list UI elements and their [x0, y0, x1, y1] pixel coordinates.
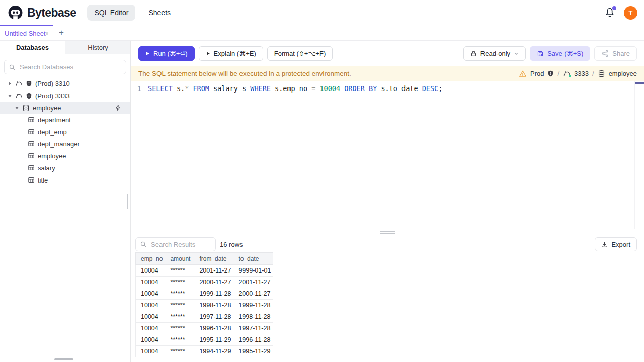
nav-sheets[interactable]: Sheets: [141, 5, 178, 21]
environment-label[interactable]: Prod: [530, 70, 544, 77]
column-header[interactable]: to_date: [233, 253, 273, 265]
table-name: department: [38, 116, 71, 124]
table-icon: [28, 176, 35, 184]
panel-resize-handle[interactable]: [380, 231, 395, 234]
sql-token: s.emp_no: [271, 84, 311, 93]
caret-down-icon[interactable]: [7, 94, 12, 98]
explain-button[interactable]: Explain (⌘+E): [199, 46, 263, 61]
cell: 10004: [136, 265, 165, 277]
table-row[interactable]: 10004******1999-11-282000-11-27: [136, 288, 273, 300]
cell: ******: [165, 334, 194, 346]
table-row[interactable]: 10004******2000-11-272001-11-27: [136, 277, 273, 288]
cell: 2001-11-27: [194, 265, 233, 277]
environment-shield-icon: [26, 80, 32, 87]
new-sheet-button[interactable]: +: [53, 25, 69, 40]
sidebar-table-item[interactable]: dept_emp: [0, 126, 130, 138]
environment-shield-icon: [26, 93, 32, 99]
table-list: department dept_emp dept_manager employe…: [0, 114, 130, 186]
search-results-input[interactable]: [135, 237, 216, 251]
database-item-employee[interactable]: employee: [0, 102, 130, 114]
cell: 10004: [136, 323, 165, 334]
cell: 1996-11-28: [194, 323, 233, 334]
sidebar-table-item[interactable]: dept_manager: [0, 138, 130, 150]
sidebar-table-item[interactable]: title: [0, 174, 130, 186]
connect-bolt-icon[interactable]: [115, 105, 121, 111]
cell: ******: [165, 288, 194, 300]
sql-token: ;: [438, 84, 442, 93]
protected-environment-banner: The SQL statement below will be executed…: [131, 66, 644, 81]
table-name: employee: [38, 152, 66, 160]
instance-label[interactable]: 3333: [574, 70, 589, 77]
caret-right-icon[interactable]: [7, 81, 12, 86]
nav-sql-editor[interactable]: SQL Editor: [87, 5, 135, 21]
database-icon: [598, 70, 605, 77]
export-button[interactable]: Export: [595, 237, 637, 251]
sidebar-resize-handle[interactable]: [127, 194, 130, 209]
sidebar-table-item[interactable]: employee: [0, 150, 130, 162]
database-tree: (Prod) 3310 (Prod) 3333: [0, 77, 130, 186]
line-number: 1: [131, 83, 148, 94]
code-line[interactable]: 1 SELECT s.* FROM salary s WHERE s.emp_n…: [131, 81, 644, 94]
share-button[interactable]: Share: [594, 46, 637, 61]
cell: 1999-11-28: [233, 300, 273, 311]
table-row[interactable]: 10004******2001-11-279999-01-01: [136, 265, 273, 277]
instance-item-3333[interactable]: (Prod) 3333: [0, 89, 130, 102]
table-row[interactable]: 10004******1997-11-281998-11-28: [136, 311, 273, 323]
table-row[interactable]: 10004******1995-11-291996-11-28: [136, 334, 273, 346]
instance-name: (Prod) 3310: [35, 80, 70, 87]
explain-label: Explain (⌘+E): [214, 50, 256, 57]
cell: 10004: [136, 334, 165, 346]
database-icon: [22, 104, 30, 112]
sql-token: SELECT: [148, 84, 173, 93]
table-row[interactable]: 10004******1994-11-291995-11-29: [136, 346, 273, 357]
top-nav: SQL Editor Sheets: [87, 5, 178, 21]
save-button[interactable]: Save (⌘+S): [530, 46, 590, 61]
table-icon: [28, 116, 35, 123]
notification-bell-icon[interactable]: [604, 7, 615, 18]
format-label: Format (⇧+⌥+F): [274, 50, 326, 57]
sheet-tab[interactable]: Untitled Sheet: [0, 25, 53, 40]
banner-message: The SQL statement below will be executed…: [138, 70, 351, 77]
sheet-dirty-dot: [46, 32, 48, 35]
instance-name: (Prod) 3333: [35, 92, 70, 100]
tab-history[interactable]: History: [65, 41, 130, 54]
readonly-label: Read-only: [480, 50, 510, 57]
search-databases-input[interactable]: [4, 60, 126, 74]
sql-token: [340, 84, 344, 93]
column-header[interactable]: amount: [165, 253, 194, 265]
cell: 10004: [136, 288, 165, 300]
breadcrumb-separator: /: [592, 70, 594, 77]
column-header[interactable]: from_date: [194, 253, 233, 265]
database-name: employee: [33, 104, 61, 112]
cell: ******: [165, 265, 194, 277]
results-panel: 16 rows Export emp_noamountfrom_dateto_d…: [131, 236, 644, 362]
brand-name: Bytebase: [27, 6, 76, 20]
sql-code-editor[interactable]: 1 SELECT s.* FROM salary s WHERE s.emp_n…: [131, 81, 644, 229]
caret-down-icon[interactable]: [14, 106, 19, 110]
cell: 1998-11-28: [233, 311, 273, 323]
sidebar: Databases History (Prod) 3310: [0, 41, 131, 362]
run-button[interactable]: Run (⌘+⏎): [138, 46, 195, 61]
tab-databases[interactable]: Databases: [0, 41, 65, 54]
table-row[interactable]: 10004******1998-11-281999-11-28: [136, 300, 273, 311]
table-icon: [28, 128, 35, 135]
database-search: [4, 60, 126, 74]
sidebar-table-item[interactable]: salary: [0, 162, 130, 174]
sql-token: WHERE: [250, 84, 271, 93]
bytebase-logo-icon[interactable]: [7, 5, 24, 21]
instance-item-3310[interactable]: (Prod) 3310: [0, 77, 130, 89]
readonly-mode-button[interactable]: Read-only: [463, 46, 526, 61]
table-icon: [28, 152, 35, 159]
format-button[interactable]: Format (⇧+⌥+F): [267, 46, 333, 61]
share-label: Share: [612, 50, 630, 57]
database-label[interactable]: employee: [609, 70, 637, 77]
cell: 9999-01-01: [233, 265, 273, 277]
sidebar-table-item[interactable]: department: [0, 114, 130, 126]
table-row[interactable]: 10004******1996-11-281997-11-28: [136, 323, 273, 334]
sidebar-scrollbar-thumb[interactable]: [54, 358, 73, 360]
cell: ******: [165, 323, 194, 334]
toolbar-right: Read-only Save (⌘+S) Share: [463, 46, 637, 61]
download-icon: [601, 241, 608, 248]
column-header[interactable]: emp_no: [136, 253, 165, 265]
avatar[interactable]: T: [624, 6, 637, 20]
